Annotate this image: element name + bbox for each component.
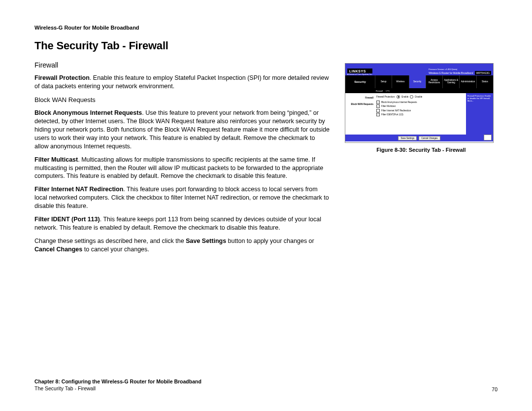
para-filter-ident: Filter IDENT (Port 113). This feature ke… <box>34 215 330 232</box>
nav-title: Security <box>345 75 375 88</box>
para-firewall-protection: Firewall Protection. Enable this feature… <box>34 74 330 91</box>
radio-disable[interactable] <box>410 95 413 99</box>
side-labels: Firewall Block WAN Requests <box>345 93 375 135</box>
figure-caption: Figure 8-30: Security Tab - Firewall <box>345 147 498 153</box>
tab-bar: Setup Wireless Security Access Restricti… <box>375 75 493 88</box>
para-save-changes: Change these settings as described here,… <box>34 237 330 254</box>
cancel-changes-button[interactable]: Cancel Changes <box>419 136 440 140</box>
tab-access-restrictions[interactable]: Access Restrictions <box>426 75 442 88</box>
tab-wireless[interactable]: Wireless <box>392 75 408 88</box>
page-footer: Chapter 8: Configuring the Wireless-G Ro… <box>34 378 498 392</box>
section-heading-firewall: Firewall <box>34 61 330 69</box>
subtab-firewall[interactable]: Firewall <box>376 90 383 92</box>
subtab-vpn[interactable]: VPN <box>386 90 390 92</box>
para-block-anonymous: Block Anonymous Internet Requests. Use t… <box>34 109 330 150</box>
checkbox-filter-nat[interactable] <box>376 109 380 112</box>
tab-setup[interactable]: Setup <box>375 75 392 88</box>
brand-logo: LINKSYS <box>347 68 372 73</box>
figure-column: LINKSYS A Division of Cisco Systems, Inc… <box>345 63 498 153</box>
para-filter-multicast: Filter Multicast. Multicasting allows fo… <box>34 156 330 181</box>
radio-enable[interactable] <box>397 95 400 99</box>
firmware-version: Firmware Version: v1.00.0 (beta) <box>429 67 457 70</box>
tab-status[interactable]: Status <box>476 75 493 88</box>
page-number: 70 <box>492 386 498 392</box>
checkbox-block-anonymous[interactable]: ✓ <box>376 101 380 104</box>
model-number: WRT54G3G <box>475 71 491 75</box>
tab-security[interactable]: Security <box>409 75 426 88</box>
save-settings-button[interactable]: Save Settings <box>398 136 417 140</box>
subsection-block-wan: Block WAN Requests <box>34 96 330 104</box>
product-name: Wireless-G Router for Mobile Broadband <box>429 71 473 74</box>
footer-subline: The Security Tab - Firewall <box>34 385 201 392</box>
checkbox-filter-ident[interactable]: ✓ <box>376 113 380 116</box>
tab-administration[interactable]: Administration <box>459 75 476 88</box>
main-text-column: Firewall Firewall Protection. Enable thi… <box>34 61 330 258</box>
checkbox-filter-multicast[interactable]: ✓ <box>376 104 380 108</box>
page-title: The Security Tab - Firewall <box>34 39 498 52</box>
form-area: Firewall Protection: Enable Disable ✓Blo… <box>375 93 466 135</box>
firewall-protection-label: Firewall Protection: <box>376 95 395 99</box>
cisco-logo <box>484 135 492 140</box>
para-filter-nat: Filter Internet NAT Redirection. This fe… <box>34 185 330 210</box>
footer-chapter: Chapter 8: Configuring the Wireless-G Ro… <box>34 378 201 385</box>
running-header: Wireless-G Router for Mobile Broadband <box>34 25 498 31</box>
tab-applications-gaming[interactable]: Applications & Gaming <box>442 75 459 88</box>
figure-screenshot: LINKSYS A Division of Cisco Systems, Inc… <box>345 63 494 143</box>
help-sidebar: Firewall Protection: Enable or disable t… <box>466 93 493 135</box>
